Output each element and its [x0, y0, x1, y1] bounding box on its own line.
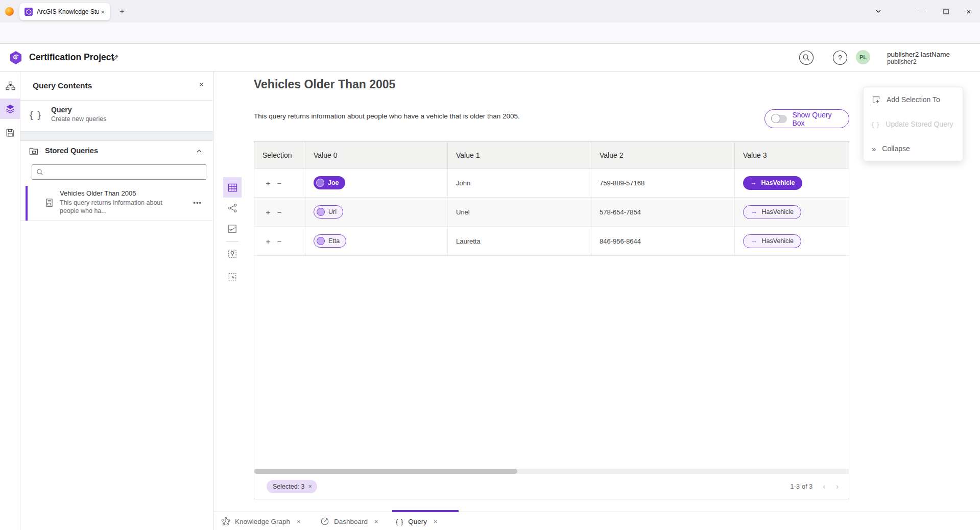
stored-queries-title: Stored Queries — [45, 147, 98, 155]
user-avatar[interactable]: PL — [856, 50, 870, 64]
stored-query-item[interactable]: Vehicles Older Than 2005 This query retu… — [20, 186, 213, 221]
tab-close-icon[interactable]: × — [434, 518, 438, 525]
close-window-button[interactable]: × — [959, 0, 979, 22]
value1-cell: John — [448, 168, 591, 197]
add-selection-icon[interactable]: + — [262, 179, 274, 187]
add-to-map-button[interactable] — [223, 244, 242, 264]
svg-text:?: ? — [838, 54, 842, 62]
arcgis-knowledge-logo — [8, 50, 23, 65]
selected-indicator — [26, 186, 28, 221]
browser-tab-title: ArcGIS Knowledge Studio — [37, 8, 99, 15]
table-row[interactable]: + − Joe John 759-889-57168 →HasVehicle — [254, 168, 849, 198]
edit-title-icon[interactable] — [111, 54, 119, 62]
left-rail: » — [0, 71, 20, 530]
remove-selection-icon[interactable]: − — [274, 208, 285, 216]
selected-count-chip[interactable]: Selected: 3 × — [267, 480, 317, 493]
entity-dot-icon — [317, 208, 325, 216]
link-chart-button[interactable] — [223, 198, 242, 218]
toggle-track[interactable] — [772, 115, 787, 123]
column-header-selection[interactable]: Selection — [254, 142, 305, 168]
tab-label: Dashboard — [334, 518, 368, 525]
arrow-right-icon: → — [751, 237, 757, 245]
save-icon — [6, 128, 15, 137]
entity-cell: Etta — [305, 227, 448, 255]
horizontal-scrollbar[interactable] — [254, 469, 849, 474]
add-to-map-icon — [228, 249, 237, 258]
selection-context-menu: Add Selection To { } Update Stored Query… — [863, 87, 963, 161]
tab-close-icon[interactable]: × — [374, 518, 378, 525]
relationship-pill[interactable]: →HasVehicle — [743, 205, 801, 219]
menu-item-collapse[interactable]: » Collapse — [864, 136, 963, 161]
column-header-value0[interactable]: Value 0 — [305, 142, 448, 168]
table-view-button[interactable] — [223, 177, 242, 198]
tab-dashboard[interactable]: Dashboard × — [320, 512, 378, 530]
tab-query[interactable]: { } Query × — [396, 512, 438, 530]
help-button[interactable]: ? — [832, 50, 848, 65]
map-view-button[interactable] — [223, 219, 242, 239]
braces-icon: { } — [30, 109, 42, 121]
tab-close-icon[interactable]: × — [99, 8, 106, 16]
firefox-icon[interactable] — [5, 7, 14, 16]
stored-queries-folder-icon — [29, 146, 39, 156]
clear-selection-icon[interactable]: × — [308, 483, 313, 490]
entity-pill[interactable]: Uri — [314, 205, 343, 219]
project-title: Certification Project — [29, 52, 114, 63]
list-tabs-icon[interactable] — [868, 0, 889, 22]
scrollbar-thumb[interactable] — [254, 469, 517, 474]
query-item[interactable]: { } Query Create new queries — [20, 101, 213, 132]
active-tab-indicator — [392, 510, 459, 512]
table-row[interactable]: + − Uri Uriel 578-654-7854 →HasVehicle — [254, 198, 849, 227]
new-tab-button[interactable]: + — [116, 6, 128, 17]
search-icon — [36, 168, 43, 176]
show-query-box-toggle[interactable]: Show Query Box — [764, 109, 849, 128]
entity-dot-icon — [317, 237, 325, 245]
relationship-pill[interactable]: →HasVehicle — [743, 234, 801, 248]
relationship-cell: →HasVehicle — [735, 227, 849, 255]
selection-cell: + − — [254, 168, 305, 197]
column-header-value3[interactable]: Value 3 — [735, 142, 849, 168]
stored-queries-header[interactable]: Stored Queries — [20, 141, 213, 161]
table-row[interactable]: + − Etta Lauretta 846-956-8644 →HasVehic… — [254, 227, 849, 256]
query-contents-panel: Query Contents × { } Query Create new qu… — [20, 71, 213, 530]
stored-query-options-icon[interactable]: ••• — [193, 199, 202, 207]
menu-item-add-selection-to[interactable]: Add Selection To — [864, 87, 963, 112]
save-button[interactable] — [0, 123, 20, 143]
screen: ArcGIS Knowledge Studio × + — × — [0, 0, 980, 530]
remove-selection-icon[interactable]: − — [274, 237, 285, 246]
data-model-button[interactable] — [0, 76, 20, 96]
value2-cell: 846-956-8644 — [591, 227, 735, 255]
selection-tools-button[interactable] — [223, 267, 242, 287]
double-chevron-icon: » — [872, 144, 876, 153]
add-selection-icon[interactable]: + — [262, 237, 274, 246]
next-page-button[interactable]: › — [836, 482, 839, 491]
viewer-title: Vehicles Older Than 2005 — [254, 78, 395, 91]
search-button[interactable] — [799, 50, 814, 65]
tab-label: Knowledge Graph — [235, 518, 290, 525]
entity-pill[interactable]: Joe — [314, 176, 345, 189]
stored-queries-search[interactable] — [32, 164, 206, 180]
column-header-value1[interactable]: Value 1 — [448, 142, 591, 168]
toggle-knob[interactable] — [771, 114, 780, 123]
value2-cell: 759-889-57168 — [591, 168, 735, 197]
stored-query-description: This query returns information about peo… — [60, 199, 176, 215]
minimize-window-button[interactable]: — — [912, 0, 933, 22]
maximize-window-button[interactable] — [936, 0, 956, 22]
browser-nav-bar: https://dev0028833.esri.com/portal/apps/… — [0, 22, 980, 44]
relationship-pill[interactable]: →HasVehicle — [743, 176, 802, 190]
chevron-up-icon[interactable] — [196, 148, 203, 155]
search-input[interactable] — [46, 168, 202, 176]
browser-tab[interactable]: ArcGIS Knowledge Studio × — [19, 3, 110, 20]
menu-item-update-stored-query[interactable]: { } Update Stored Query — [864, 112, 963, 136]
contents-button[interactable] — [0, 99, 20, 119]
entity-pill[interactable]: Etta — [314, 234, 346, 248]
column-header-value2[interactable]: Value 2 — [591, 142, 735, 168]
tab-knowledge-graph[interactable]: Knowledge Graph × — [221, 512, 301, 530]
tab-close-icon[interactable]: × — [297, 518, 301, 525]
layers-icon — [5, 104, 15, 114]
panel-close-icon[interactable]: × — [199, 80, 204, 89]
remove-selection-icon[interactable]: − — [274, 179, 285, 187]
viewer-description: This query returns information about peo… — [254, 112, 520, 120]
add-selection-icon[interactable]: + — [262, 208, 274, 216]
previous-page-button[interactable]: ‹ — [823, 482, 825, 491]
braces-icon: { } — [872, 121, 879, 128]
